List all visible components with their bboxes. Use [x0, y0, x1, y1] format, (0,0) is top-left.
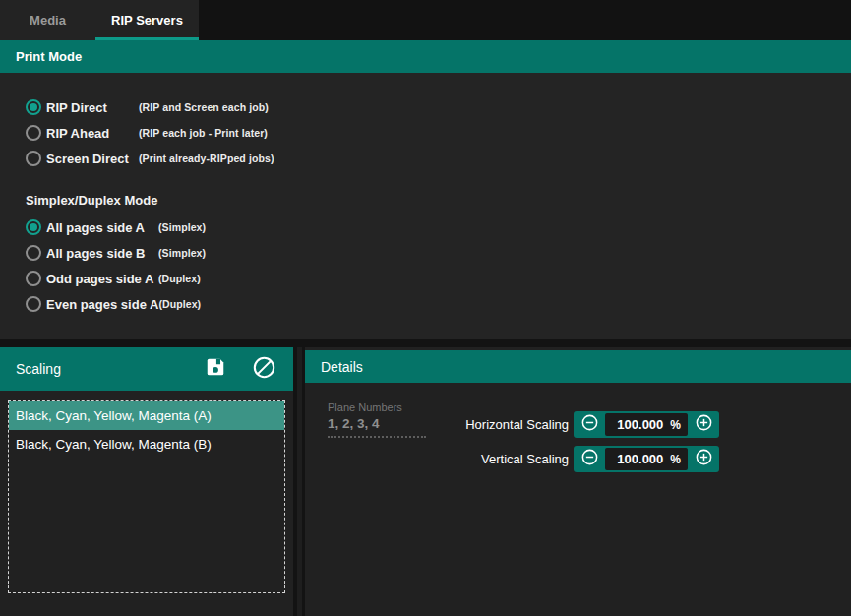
minus-icon [580, 448, 599, 470]
tab-bar: Media RIP Servers [0, 0, 851, 40]
radio-label: Odd pages side A [46, 272, 158, 286]
radio-button-selected[interactable] [26, 219, 41, 235]
horizontal-scaling-row: Horizontal Scaling 100.000 % [305, 411, 719, 438]
section-divider [0, 339, 851, 347]
horizontal-scaling-stepper: 100.000 % [574, 411, 719, 438]
plus-icon [695, 448, 713, 470]
radio-button[interactable] [26, 151, 41, 166]
print-mode-section: RIP Direct (RIP and Screen each job) RIP… [0, 73, 851, 339]
bottom-panels: Scaling [0, 347, 851, 616]
decrement-button[interactable] [574, 446, 605, 472]
cancel-button[interactable] [252, 355, 276, 384]
vertical-scaling-unit: % [670, 453, 681, 466]
vertical-scaling-row: Vertical Scaling 100.000 % [305, 446, 719, 472]
radio-label: Screen Direct [46, 152, 139, 166]
details-panel: Details Plane Numbers 1, 2, 3, 4 Horizon… [305, 347, 851, 616]
simplex-duplex-radio-group: All pages side A (Simplex) All pages sid… [0, 215, 851, 317]
radio-description: (Duplex) [158, 298, 201, 310]
horizontal-scaling-label: Horizontal Scaling [305, 417, 569, 432]
radio-label: All pages side A [46, 220, 158, 235]
scaling-panel-title: Scaling [16, 361, 61, 377]
tab-media[interactable]: Media [0, 0, 95, 40]
radio-option-all-pages-side-b[interactable]: All pages side B (Simplex) [0, 240, 851, 266]
vertical-scaling-value: 100.000 [617, 452, 663, 466]
radio-description: (Simplex) [158, 247, 206, 259]
tab-strip: Media RIP Servers [0, 0, 199, 40]
radio-description: (Print already-RIPped jobs) [139, 153, 274, 164]
active-tab-underline [95, 37, 199, 40]
details-panel-header: Details [305, 350, 851, 383]
tab-rip-servers[interactable]: RIP Servers [95, 0, 199, 40]
cancel-icon [252, 355, 276, 384]
radio-option-rip-ahead[interactable]: RIP Ahead (RIP each job - Print later) [0, 120, 851, 146]
scaling-panel-header: Scaling [0, 347, 293, 391]
vertical-scaling-input[interactable]: 100.000 % [605, 448, 688, 470]
horizontal-scaling-input[interactable]: 100.000 % [605, 413, 688, 436]
radio-button[interactable] [26, 271, 41, 286]
simplex-duplex-section-label: Simplex/Duplex Mode [0, 193, 851, 209]
radio-description: (Duplex) [158, 273, 201, 284]
tab-rip-servers-label: RIP Servers [111, 13, 183, 28]
horizontal-scaling-value: 100.000 [617, 417, 663, 432]
radio-description: (RIP and Screen each job) [139, 101, 269, 113]
scaling-panel: Scaling [0, 347, 293, 616]
panel-splitter[interactable] [293, 347, 305, 616]
horizontal-scaling-unit: % [670, 418, 681, 432]
radio-label: RIP Ahead [46, 126, 139, 141]
scaling-list: Black, Cyan, Yellow, Magenta (A) Black, … [8, 400, 285, 593]
radio-button-selected[interactable] [26, 99, 41, 115]
plus-icon [695, 413, 713, 436]
radio-label: RIP Direct [46, 100, 139, 115]
radio-label: All pages side B [46, 246, 158, 261]
save-button[interactable] [205, 356, 226, 382]
list-item[interactable]: Black, Cyan, Yellow, Magenta (A) [9, 401, 284, 430]
list-item[interactable]: Black, Cyan, Yellow, Magenta (B) [9, 430, 284, 459]
radio-button[interactable] [26, 296, 41, 312]
radio-description: (Simplex) [158, 221, 206, 233]
decrement-button[interactable] [574, 411, 605, 438]
splitter-handle [297, 347, 302, 616]
radio-option-even-pages-side-a[interactable]: Even pages side A (Duplex) [0, 291, 851, 317]
increment-button[interactable] [688, 446, 719, 472]
details-panel-title: Details [321, 359, 363, 375]
print-mode-header: Print Mode [0, 40, 851, 73]
radio-option-all-pages-side-a[interactable]: All pages side A (Simplex) [0, 215, 851, 240]
radio-option-odd-pages-side-a[interactable]: Odd pages side A (Duplex) [0, 266, 851, 291]
radio-button[interactable] [26, 125, 41, 141]
radio-button[interactable] [26, 245, 41, 261]
save-icon [205, 356, 226, 382]
tab-media-label: Media [30, 13, 66, 28]
vertical-scaling-label: Vertical Scaling [305, 452, 569, 466]
vertical-scaling-stepper: 100.000 % [574, 446, 719, 472]
minus-icon [580, 413, 599, 436]
print-mode-header-label: Print Mode [16, 49, 82, 64]
radio-option-rip-direct[interactable]: RIP Direct (RIP and Screen each job) [0, 94, 851, 120]
radio-option-screen-direct[interactable]: Screen Direct (Print already-RIPped jobs… [0, 146, 851, 171]
app-window: Media RIP Servers Print Mode RIP Direct … [0, 0, 851, 616]
print-mode-radio-group: RIP Direct (RIP and Screen each job) RIP… [0, 73, 851, 171]
radio-description: (RIP each job - Print later) [139, 127, 268, 139]
increment-button[interactable] [688, 411, 719, 438]
radio-label: Even pages side A [46, 297, 158, 312]
